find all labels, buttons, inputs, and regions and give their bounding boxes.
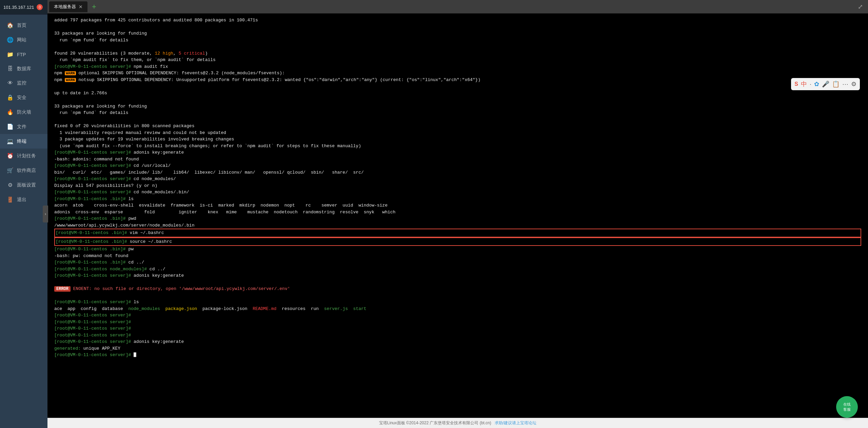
nav-icon-6: 🔥 [7, 109, 14, 115]
terminal-line [54, 279, 861, 286]
terminal-line: 33 packages are looking for funding [54, 103, 861, 110]
terminal-line: [root@VM-0-11-centos .bin]# cd ../ [54, 259, 861, 266]
terminal-line: added 797 packages from 425 contributors… [54, 17, 861, 24]
sidebar-nav: 🏠首页🌐网站📁FTP🗄数据库👁监控🔒安全🔥防火墙📄文件💻终端⏰计划任务🛒软件商店… [0, 15, 47, 428]
footer-link[interactable]: 求助/建议请上宝塔论坛 [495, 421, 536, 425]
terminal-line: [root@VM-0-11-centos node_modules]# cd .… [54, 266, 861, 273]
terminal-line: [root@VM-0-11-centos server]# [54, 332, 861, 339]
nav-label-0: 首页 [17, 22, 26, 28]
nav-label-2: FTP [17, 52, 26, 57]
tab-add-button[interactable]: + [89, 3, 99, 11]
terminal-line: bin/ curl/ etc/ games/ include/ lib/ lib… [54, 169, 861, 176]
terminal-line: [root@VM-0-11-centos server]# [54, 312, 861, 319]
nav-label-6: 防火墙 [17, 109, 31, 115]
sogou-toolbar[interactable]: S 中 · ✿ 🎤 📋 ⋯ ⚙ [791, 78, 860, 90]
expand-icon[interactable]: ⤢ [854, 3, 866, 11]
terminal-container: added 797 packages from 425 contributors… [47, 14, 868, 428]
tab-local-server[interactable]: 本地服务器 ✕ [49, 1, 87, 12]
terminal-line: 3 package updates for 19 vulnerabilities… [54, 136, 861, 143]
online-line1: 在线 [843, 402, 851, 407]
terminal-line: 33 packages are looking for funding [54, 30, 861, 37]
nav-label-4: 监控 [17, 80, 26, 86]
sidebar-item-FTP[interactable]: 📁FTP [0, 47, 47, 62]
terminal-line [54, 83, 861, 90]
terminal-line: fixed 0 of 20 vulnerabilities in 800 sca… [54, 123, 861, 130]
main-content: 本地服务器 ✕ + ⤢ added 797 packages from 425 … [47, 0, 868, 428]
terminal-line: run `npm fund` for details [54, 37, 861, 44]
sogou-btn5[interactable]: 📋 [832, 80, 840, 88]
terminal-line: npm WARN optional SKIPPING OPTIONAL DEPE… [54, 70, 861, 77]
terminal-line: /www/wwwroot/api.ycywlkj.com/server/node… [54, 222, 861, 229]
terminal-line: Display all 547 possibilities? (y or n) [54, 182, 861, 189]
sogou-btn6[interactable]: ⋯ [842, 80, 848, 88]
notification-badge: 0 [37, 4, 43, 10]
terminal-line: [root@VM-0-11-centos .bin]# pwd [54, 215, 861, 222]
nav-icon-2: 📁 [7, 51, 14, 58]
terminal[interactable]: added 797 packages from 425 contributors… [47, 14, 868, 418]
sidebar: 101.35.167.121 0 🏠首页🌐网站📁FTP🗄数据库👁监控🔒安全🔥防火… [0, 0, 47, 428]
nav-label-7: 文件 [17, 124, 26, 130]
terminal-line: 1 vulnerability required manual review a… [54, 130, 861, 136]
nav-icon-7: 📄 [7, 123, 14, 130]
sidebar-item-退出[interactable]: 🚪退出 [0, 192, 47, 207]
terminal-line [54, 96, 861, 103]
terminal-line: -bash: adonis: command not found [54, 156, 861, 163]
ip-label: 101.35.167.121 [3, 5, 34, 10]
nav-icon-8: 💻 [7, 138, 14, 144]
sidebar-item-数据库[interactable]: 🗄数据库 [0, 62, 47, 76]
tab-label: 本地服务器 [54, 4, 76, 10]
sogou-btn3[interactable]: ✿ [814, 80, 819, 88]
terminal-line: [root@VM-0-11-centos .bin]# pw [54, 246, 861, 253]
terminal-line: [root@VM-0-11-centos .bin]# ls [54, 196, 861, 202]
nav-label-12: 退出 [17, 197, 26, 203]
sidebar-item-文件[interactable]: 📄文件 [0, 119, 47, 134]
terminal-line: [root@VM-0-11-centos server]# adonis key… [54, 272, 861, 279]
footer: 宝塔Linux面板 ©2014-2022 广东堡塔安全技术有限公司 (bt.cn… [47, 418, 868, 428]
sidebar-item-防火墙[interactable]: 🔥防火墙 [0, 105, 47, 119]
nav-icon-11: ⚙ [7, 182, 14, 188]
terminal-line: [root@VM-0-11-centos server]# ls [54, 299, 861, 306]
sidebar-item-计划任务[interactable]: ⏰计划任务 [0, 149, 47, 163]
terminal-line: [root@VM-0-11-centos server]# cd node_mo… [54, 176, 861, 182]
terminal-line [54, 43, 861, 50]
terminal-line: ERROR ENOENT: no such file or directory,… [54, 286, 861, 292]
nav-icon-10: 🛒 [7, 167, 14, 174]
sidebar-item-面板设置[interactable]: ⚙面板设置 [0, 178, 47, 192]
sogou-btn2[interactable]: · [810, 81, 811, 88]
terminal-line: [root@VM-0-11-centos .bin]# vim ~/.bashr… [54, 229, 861, 237]
terminal-line: adonis cross-env esparse fold igniter kn… [54, 209, 861, 216]
tab-close-button[interactable]: ✕ [79, 4, 83, 9]
nav-icon-12: 🚪 [7, 196, 14, 203]
sidebar-item-首页[interactable]: 🏠首页 [0, 18, 47, 33]
sidebar-item-终端[interactable]: 💻终端 [0, 134, 47, 149]
terminal-line: generated: unique APP_KEY [54, 345, 861, 352]
nav-label-9: 计划任务 [17, 153, 36, 159]
nav-label-3: 数据库 [17, 66, 31, 72]
sidebar-item-软件商店[interactable]: 🛒软件商店 [0, 163, 47, 178]
sidebar-item-监控[interactable]: 👁监控 [0, 76, 47, 90]
sogou-btn1[interactable]: 中 [801, 80, 807, 88]
terminal-line: [root@VM-0-11-centos server]# adonis key… [54, 149, 861, 156]
sogou-btn7[interactable]: ⚙ [851, 80, 856, 88]
nav-icon-5: 🔒 [7, 94, 14, 101]
terminal-line: [root@VM-0-11-centos server]# [54, 325, 861, 332]
nav-icon-4: 👁 [7, 80, 14, 86]
terminal-line: [root@VM-0-11-centos server]# cd node_mo… [54, 189, 861, 196]
tab-bar: 本地服务器 ✕ + ⤢ [47, 0, 868, 14]
terminal-line: [root@VM-0-11-centos server]# npm audit … [54, 63, 861, 70]
online-chat-button[interactable]: 在线 客服 [836, 396, 858, 418]
sidebar-item-网站[interactable]: 🌐网站 [0, 33, 47, 47]
nav-icon-9: ⏰ [7, 153, 14, 159]
sogou-btn4[interactable]: 🎤 [822, 80, 829, 88]
footer-text: 宝塔Linux面板 ©2014-2022 广东堡塔安全技术有限公司 (bt.cn… [379, 421, 491, 425]
terminal-line: [root@VM-0-11-centos server]# adonis key… [54, 338, 861, 345]
terminal-line: up to date in 2.766s [54, 90, 861, 97]
sidebar-collapse-handle[interactable]: › [43, 206, 48, 222]
terminal-line [54, 292, 861, 299]
nav-icon-1: 🌐 [7, 37, 14, 43]
sidebar-item-安全[interactable]: 🔒安全 [0, 90, 47, 105]
terminal-line: npm WARN notsup SKIPPING OPTIONAL DEPEND… [54, 77, 861, 83]
nav-label-10: 软件商店 [17, 168, 36, 174]
terminal-line: found 20 vulnerabilities (3 moderate, 12… [54, 50, 861, 57]
terminal-line: [root@VM-0-11-centos server]# █ [54, 352, 861, 358]
